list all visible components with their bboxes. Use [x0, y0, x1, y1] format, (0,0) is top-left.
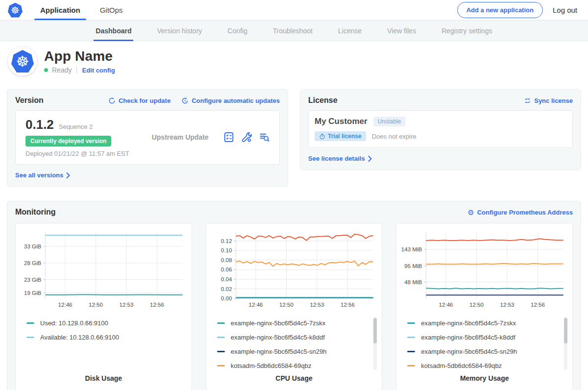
monitoring-title: Monitoring [15, 208, 56, 217]
disk-usage-chart-title: Disk Usage [20, 374, 188, 382]
configure-prometheus-label: Configure Prometheus Address [477, 209, 573, 216]
legend-scrollbar[interactable] [564, 317, 567, 370]
subnav-tab-version-history[interactable]: Version history [157, 21, 202, 41]
legend-label: Available: 10.128.0.66:9100 [40, 334, 119, 341]
see-all-versions-link[interactable]: See all versions [15, 171, 70, 179]
svg-text:23 GiB: 23 GiB [24, 277, 42, 283]
legend-item: Available: 10.128.0.66:9100 [26, 330, 181, 344]
svg-text:12:53: 12:53 [120, 302, 134, 308]
cpu-usage-chart-title: CPU Usage [210, 374, 378, 382]
cpu-usage-chart-card: 12:4612:5012:5312:560.000.020.040.060.08… [206, 223, 383, 390]
status-text: Ready [52, 66, 72, 74]
svg-text:0.12: 0.12 [220, 238, 232, 244]
status-dot [44, 68, 48, 72]
topnav-tabs: ApplicationGitOps [40, 0, 122, 20]
svg-text:12:56: 12:56 [341, 302, 355, 308]
legend-scrollbar[interactable] [373, 317, 377, 370]
legend-swatch [407, 365, 415, 366]
check-for-update-label: Check for update [119, 97, 171, 104]
subnav-tab-view-files[interactable]: View files [387, 21, 416, 41]
sync-license-label: Sync license [534, 97, 573, 104]
deployed-timestamp: Deployed 01/21/22 @ 11:57 am EST [25, 150, 129, 157]
svg-text:0.00: 0.00 [220, 295, 232, 301]
legend-scrollbar-thumb[interactable] [564, 318, 567, 343]
gear-icon: ⚙ [467, 209, 474, 216]
legend-item: example-nginx-5bc6f5d4c5-7zskx [217, 316, 371, 330]
kubernetes-app-icon: ☸ [11, 50, 34, 73]
svg-text:12:50: 12:50 [279, 302, 294, 308]
memory-usage-chart-title: Memory Usage [400, 374, 568, 382]
legend-swatch [217, 322, 225, 324]
legend-label: example-nginx-5bc6f5d4c5-7zskx [231, 319, 326, 327]
legend-label: example-nginx-5bc6f5d4c5-sn29h [421, 348, 517, 355]
svg-text:0.10: 0.10 [220, 247, 232, 253]
svg-text:0.08: 0.08 [220, 257, 232, 263]
configure-automatic-updates-link[interactable]: Configure automatic updates [181, 97, 280, 104]
see-license-details-link[interactable]: See license details [308, 155, 372, 162]
wrench-gear-icon[interactable] [241, 132, 252, 143]
svg-text:0.04: 0.04 [220, 276, 232, 282]
trial-license-badge: Trial license [315, 131, 366, 141]
svg-text:0.06: 0.06 [220, 267, 232, 272]
sequence-label: Sequence 2 [59, 123, 93, 130]
legend-label: kotsadm-5db6dc6584-69qbz [421, 362, 502, 369]
edit-config-link[interactable]: Edit config [82, 67, 115, 74]
legend-label: Used: 10.128.0.66:9100 [40, 319, 108, 327]
svg-text:19 GiB: 19 GiB [24, 290, 42, 296]
stopwatch-icon [319, 133, 325, 140]
see-all-versions-label: See all versions [15, 171, 63, 179]
see-license-details-label: See license details [308, 155, 365, 162]
add-new-application-button[interactable]: Add a new application [457, 2, 543, 18]
cpu-usage-legend: example-nginx-5bc6f5d4c5-7zskxexample-ng… [210, 316, 378, 374]
subnav-tab-license[interactable]: License [338, 21, 362, 41]
subnav-tab-troubleshoot[interactable]: Troubleshoot [273, 21, 313, 41]
legend-scrollbar-thumb[interactable] [373, 318, 377, 343]
disk-usage-legend: Used: 10.128.0.66:9100Available: 10.128.… [20, 316, 188, 374]
license-card: License Sync license My Customer Unstabl… [300, 89, 581, 170]
check-for-update-link[interactable]: Check for update [108, 97, 171, 104]
legend-item: Used: 10.128.0.66:9100 [26, 316, 181, 330]
legend-item: example-nginx-5bc6f5d4c5-7zskx [407, 316, 562, 330]
svg-text:12:46: 12:46 [439, 302, 453, 308]
svg-text:12:56: 12:56 [531, 302, 545, 308]
svg-text:33 GiB: 33 GiB [24, 244, 42, 249]
svg-text:12:50: 12:50 [469, 302, 484, 308]
divider [76, 67, 77, 73]
license-card-title: License [308, 96, 338, 105]
configure-prometheus-link[interactable]: ⚙ Configure Prometheus Address [467, 209, 573, 216]
chevron-right-icon [66, 172, 70, 178]
svg-text:95 MiB: 95 MiB [405, 263, 422, 269]
version-card-title: Version [15, 96, 44, 105]
app-sub-nav: DashboardVersion historyConfigTroublesho… [0, 21, 588, 41]
topnav-tab-application[interactable]: Application [40, 0, 80, 20]
license-summary-row: My Customer Unstable Trial license Does … [308, 110, 573, 148]
app-icon: ☸ [8, 47, 37, 76]
lines-magnifier-icon[interactable] [259, 132, 270, 143]
svg-text:48 MiB: 48 MiB [405, 279, 422, 285]
version-source-label: Upstream Update [152, 133, 209, 141]
legend-item: example-nginx-5bc6f5d4c5-sn29h [407, 344, 562, 359]
svg-text:12:53: 12:53 [500, 302, 514, 308]
legend-swatch [26, 322, 34, 324]
channel-badge: Unstable [373, 117, 405, 126]
legend-label: example-nginx-5bc6f5d4c5-sn29h [231, 348, 327, 355]
version-number: 0.1.2 [25, 117, 54, 132]
svg-text:28 GiB: 28 GiB [24, 260, 42, 266]
chevron-right-icon [368, 156, 372, 162]
sync-license-link[interactable]: Sync license [524, 97, 573, 104]
topnav-tab-gitops[interactable]: GitOps [100, 0, 123, 20]
app-header: ☸ App Name Ready Edit config [0, 41, 588, 82]
logout-button[interactable]: Log out [553, 6, 577, 14]
subnav-tab-registry-settings[interactable]: Registry settings [441, 21, 492, 41]
disk-usage-chart: 12:4612:5012:5312:5619 GiB23 GiB28 GiB33… [20, 228, 188, 313]
svg-text:0.02: 0.02 [220, 286, 232, 292]
subnav-tab-dashboard[interactable]: Dashboard [96, 21, 131, 41]
subnav-tab-config[interactable]: Config [227, 21, 247, 41]
current-version-row: 0.1.2 Sequence 2 Currently deployed vers… [15, 110, 280, 165]
legend-label: example-nginx-5bc6f5d4c5-7zskx [421, 319, 516, 327]
legend-item: example-nginx-5bc6f5d4c5-sn29h [217, 344, 371, 359]
license-expiry: Does not expire [372, 133, 416, 140]
legend-item: kotsadm-5db6dc6584-69qbz [217, 359, 371, 373]
memory-usage-legend: example-nginx-5bc6f5d4c5-7zskxexample-ng… [400, 316, 568, 374]
preflight-checklist-icon[interactable] [223, 132, 234, 143]
